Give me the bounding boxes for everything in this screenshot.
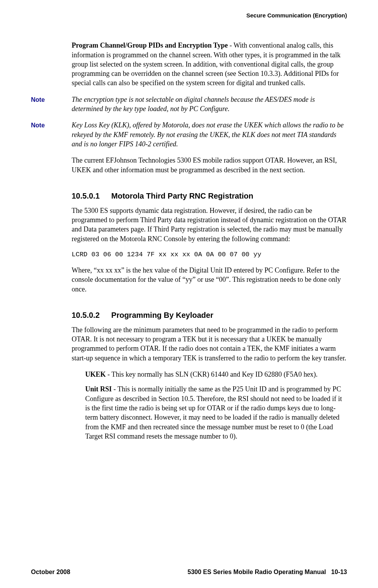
footer-right: 5300 ES Series Mobile Radio Operating Ma… <box>187 568 347 576</box>
note-text: Key Loss Key (KLK), offered by Motorola,… <box>72 120 347 149</box>
section-number: 10.5.0.1 <box>72 191 100 201</box>
footer-page-number: 10-13 <box>331 569 347 575</box>
footer-date: October 2008 <box>31 568 70 576</box>
document-page: Secure Communication (Encryption) Progra… <box>0 0 378 588</box>
section-body: The following are the minimum parameters… <box>72 325 347 363</box>
footer-manual-title: 5300 ES Series Mobile Radio Operating Ma… <box>187 569 326 575</box>
code-command: LCRD 03 06 00 1234 7F xx xx xx 0A 0A 00 … <box>72 250 347 259</box>
paragraph-program-channel: Program Channel/Group PIDs and Encryptio… <box>72 41 347 87</box>
section-title: Programming By Keyloader <box>111 311 213 319</box>
item-text: - This is normally initially the same as… <box>85 385 342 440</box>
list-item-ukek: UKEK - This key normally has SLN (CKR) 6… <box>85 370 347 379</box>
bold-lead: Program Channel/Group PIDs and Encryptio… <box>72 41 228 49</box>
section-title: Motorola Third Party RNC Registration <box>111 192 253 200</box>
bold-lead: Unit RSI <box>85 385 112 393</box>
section-heading: 10.5.0.1Motorola Third Party RNC Registr… <box>72 191 347 201</box>
section-body: The 5300 ES supports dynamic data regist… <box>72 206 347 243</box>
running-header: Secure Communication (Encryption) <box>31 12 347 19</box>
section-10-5-0-2: 10.5.0.2Programming By Keyloader The fol… <box>72 310 347 441</box>
list-item-unit-rsi: Unit RSI - This is normally initially th… <box>85 384 347 441</box>
note-text: The encryption type is not selectable on… <box>72 95 347 114</box>
note-label: Note <box>31 120 72 149</box>
page-footer: October 2008 5300 ES Series Mobile Radio… <box>31 568 347 576</box>
section-10-5-0-1: 10.5.0.1Motorola Third Party RNC Registr… <box>72 191 347 294</box>
item-text: - This key normally has SLN (CKR) 61440 … <box>106 370 318 378</box>
note-block-2: Note Key Loss Key (KLK), offered by Moto… <box>31 120 347 149</box>
section-heading: 10.5.0.2Programming By Keyloader <box>72 310 347 321</box>
section-number: 10.5.0.2 <box>72 310 100 321</box>
note-label: Note <box>31 95 72 114</box>
bold-lead: UKEK <box>85 370 106 378</box>
paragraph-efjohnson: The current EFJohnson Technologies 5300 … <box>72 156 347 175</box>
section-body: Where, “xx xx xx” is the hex value of th… <box>72 266 347 294</box>
note-block-1: Note The encryption type is not selectab… <box>31 95 347 114</box>
